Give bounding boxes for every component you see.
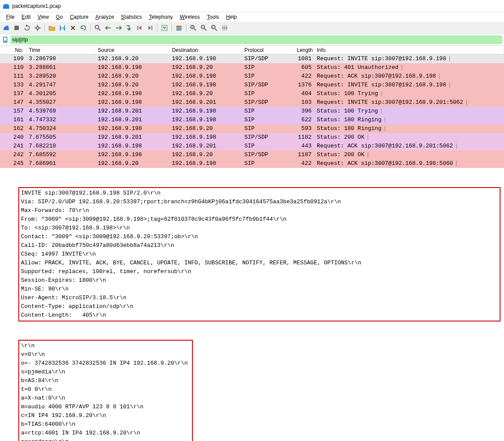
menu-statistics[interactable]: Statistics (117, 13, 145, 21)
packet-cell: 4.750324 (26, 125, 95, 132)
packet-cell: 110 (0, 64, 26, 71)
packet-row[interactable]: 1374.301205192.168.9.198192.168.9.20SIP4… (0, 89, 504, 98)
menu-wireless[interactable]: Wireless (176, 13, 203, 21)
packet-row[interactable]: 1614.747332192.168.9.201192.168.9.198SIP… (0, 116, 504, 124)
capture-options-icon[interactable] (33, 23, 42, 33)
svg-text:1: 1 (212, 26, 214, 29)
display-filter-bar (0, 34, 504, 45)
packet-cell: SIP/SDP (242, 99, 294, 106)
go-back-icon[interactable] (103, 23, 113, 33)
filter-bookmark-icon[interactable] (2, 36, 9, 43)
packet-cell: SIP (242, 73, 294, 79)
packet-cell: 404 (294, 90, 314, 97)
go-forward-icon[interactable] (114, 23, 123, 33)
packet-row[interactable]: 1113.289520192.168.9.20192.168.9.198SIP4… (0, 72, 504, 81)
packet-row[interactable]: 1093.286798192.168.9.20192.168.9.198SIP/… (0, 55, 504, 63)
first-packet-icon[interactable] (135, 23, 144, 33)
packet-cell: 192.168.9.20 (95, 73, 169, 79)
packet-list-pane[interactable]: No.TimeSourceDestinationProtocolLengthIn… (0, 45, 504, 168)
svg-rect-17 (176, 27, 182, 29)
auto-scroll-icon[interactable] (160, 23, 169, 33)
menu-go[interactable]: Go (52, 13, 66, 21)
column-header-length[interactable]: Length (294, 47, 314, 53)
menu-capture[interactable]: Capture (66, 13, 92, 21)
packet-details-pane[interactable]: INVITE sip:3007@192.168.9.198 SIP/2.0\r\… (0, 168, 504, 441)
packet-row[interactable]: 1474.355027192.168.9.198192.168.9.201SIP… (0, 98, 504, 107)
reload-icon[interactable] (79, 23, 88, 33)
menu-help[interactable]: Help (223, 13, 240, 21)
packet-cell: 103 (294, 99, 314, 106)
packet-row[interactable]: 1574.539769192.168.9.201192.168.9.198SIP… (0, 107, 504, 116)
packet-cell: 7.685592 (26, 151, 95, 158)
packet-cell: 1376 (294, 82, 314, 88)
packet-cell: Request: ACK sip:3007@192.168.9.198:5060… (314, 160, 504, 167)
packet-cell: 192.168.9.198 (169, 116, 242, 123)
packet-cell: 192.168.9.201 (169, 99, 242, 106)
packet-cell: SIP/SDP (242, 55, 294, 62)
toolbar-separator (45, 24, 45, 32)
column-header-time[interactable]: Time (26, 47, 95, 53)
menu-tools[interactable]: Tools (203, 13, 223, 21)
packet-cell: 1187 (294, 151, 314, 158)
toolbar-separator (171, 24, 172, 32)
packet-row[interactable]: 2407.675505192.168.9.201192.168.9.198SIP… (0, 133, 504, 142)
packet-cell: 192.168.9.198 (95, 151, 169, 158)
packet-row[interactable]: 2427.685592192.168.9.198192.168.9.20SIP/… (0, 150, 504, 159)
packet-row[interactable]: 2457.686961192.168.9.20192.168.9.198SIP4… (0, 159, 504, 168)
packet-cell: SIP/SDP (242, 134, 294, 140)
svg-point-11 (95, 25, 99, 29)
sdp-body-block: \r\n v=0\r\n o=- 3742832536 3742832536 I… (18, 340, 193, 441)
packet-cell: 605 (294, 64, 314, 71)
column-header-destination[interactable]: Destination (169, 47, 242, 53)
toolbar-separator (186, 24, 186, 32)
menu-edit[interactable]: Edit (18, 13, 34, 21)
colorize-icon[interactable] (174, 23, 184, 33)
column-header-info[interactable]: Info (314, 47, 504, 53)
column-header-source[interactable]: Source (95, 47, 169, 53)
menu-telephony[interactable]: Telephony (145, 13, 176, 21)
packet-cell: Status: 180 Ringing | (314, 125, 504, 132)
open-file-icon[interactable] (47, 23, 57, 33)
display-filter-input[interactable] (10, 35, 502, 44)
find-icon[interactable] (93, 23, 103, 33)
packet-cell: 7.682210 (26, 143, 95, 149)
packet-row[interactable]: 2417.682210192.168.9.198192.168.9.201SIP… (0, 142, 504, 150)
zoom-reset-icon[interactable]: 1 (209, 23, 219, 33)
menu-file[interactable]: File (3, 13, 18, 21)
packet-cell: SIP (242, 116, 294, 123)
go-to-packet-icon[interactable] (124, 23, 134, 33)
column-header-no[interactable]: No. (0, 47, 26, 53)
svg-rect-8 (61, 28, 64, 31)
packet-cell: Request: INVITE sip:3007@192.168.9.198 | (314, 82, 504, 88)
packet-cell: SIP (242, 108, 294, 114)
restart-capture-icon[interactable] (22, 23, 32, 33)
packet-cell: 192.168.9.198 (169, 134, 242, 140)
packet-cell: 3.289520 (26, 73, 95, 79)
packet-cell: 137 (0, 90, 26, 97)
menu-analyze[interactable]: Analyze (92, 13, 118, 21)
start-capture-icon[interactable] (1, 23, 11, 33)
column-header-protocol[interactable]: Protocol (242, 47, 294, 53)
close-file-icon[interactable] (68, 23, 78, 33)
packet-cell: 192.168.9.198 (95, 125, 169, 132)
packet-row[interactable]: 1624.750324192.168.9.198192.168.9.20SIP5… (0, 124, 504, 133)
last-packet-icon[interactable] (145, 23, 155, 33)
packet-cell: 192.168.9.201 (95, 116, 169, 123)
packet-cell: 192.168.9.201 (169, 143, 242, 149)
zoom-out-icon[interactable] (199, 23, 209, 33)
save-file-icon[interactable] (58, 23, 67, 33)
packet-cell: Status: 180 Ringing | (314, 116, 504, 123)
packet-row[interactable]: 1334.291747192.168.9.20192.168.9.198SIP/… (0, 81, 504, 89)
resize-columns-icon[interactable] (220, 23, 230, 33)
zoom-in-icon[interactable] (189, 23, 198, 33)
menu-view[interactable]: View (34, 13, 52, 21)
packet-cell: 192.168.9.20 (169, 90, 242, 97)
packet-cell: Status: 100 Trying | (314, 108, 504, 114)
svg-line-27 (215, 28, 217, 31)
stop-capture-icon[interactable] (12, 23, 21, 33)
svg-line-12 (98, 28, 100, 31)
packet-cell: 192.168.9.198 (169, 160, 242, 167)
app-icon (3, 3, 10, 10)
packet-row[interactable]: 1103.288861192.168.9.198192.168.9.20SIP6… (0, 63, 504, 72)
packet-cell: 192.168.9.198 (169, 108, 242, 114)
